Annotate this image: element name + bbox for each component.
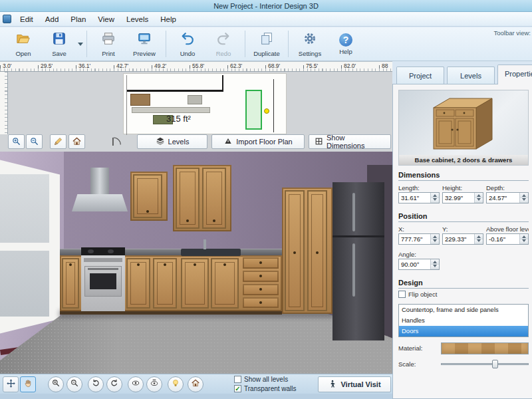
plan-zoom-out-button[interactable] (26, 134, 43, 149)
tab-levels-label: Levels (460, 72, 481, 80)
title-bar[interactable]: New Project - Interior Design 3D (0, 0, 532, 12)
3d-zoom-in-button[interactable] (48, 376, 64, 392)
orbit-view-button[interactable] (128, 376, 144, 392)
list-item[interactable]: Countertop, frame and side panels (399, 305, 528, 315)
range-hood[interactable] (72, 194, 128, 211)
horizontal-ruler: 3.0' 29.5' 36.1' 42.7' 49.2' 55.8' 62.3'… (0, 61, 392, 72)
import-floor-plan-button[interactable]: Import Floor Plan (211, 134, 305, 149)
plan-cabinet-symbol[interactable] (130, 94, 150, 106)
print-button[interactable]: Print (90, 29, 126, 59)
eye-arrow-icon (150, 378, 159, 390)
range-hood-chimney[interactable] (90, 168, 109, 196)
angle-spinner[interactable] (430, 259, 439, 269)
menu-edit[interactable]: Edit (14, 13, 39, 25)
depth-spinner[interactable] (519, 193, 528, 203)
plan-appliance-symbol[interactable] (188, 95, 202, 104)
plan-selected-object[interactable] (245, 90, 262, 130)
look-around-button[interactable] (146, 376, 162, 392)
plan-measure-button[interactable] (50, 134, 66, 149)
cabinet-preview-image (431, 93, 495, 154)
lighting-button[interactable] (168, 376, 184, 392)
length-spinner[interactable] (430, 193, 439, 203)
y-spinner[interactable] (474, 234, 483, 244)
window[interactable] (0, 154, 60, 339)
plan-zoom-in-button[interactable] (8, 134, 25, 149)
tab-project[interactable]: Project (396, 66, 444, 84)
open-button[interactable]: Open (5, 29, 41, 59)
virtual-visit-button[interactable]: Virtual Visit (318, 376, 391, 392)
angle-input[interactable]: 90.00° (398, 259, 440, 270)
plan-home-button[interactable] (68, 134, 85, 149)
design-parts-list[interactable]: Countertop, frame and side panels Handle… (398, 304, 529, 337)
material-label: Material: (398, 344, 422, 352)
zoom-out-icon (29, 136, 39, 148)
ruler-tick: 3.0' (3, 63, 11, 69)
pan-hand-tool-button[interactable] (20, 376, 36, 392)
print-label: Print (102, 50, 115, 57)
settings-button[interactable]: Settings (292, 29, 328, 59)
length-value: 31.61" (399, 193, 430, 203)
rotate-ccw-button[interactable] (88, 376, 104, 392)
material-swatch[interactable] (441, 342, 529, 354)
floor-plan-drawing[interactable]: 315 ft² (123, 73, 287, 134)
duplicate-button[interactable]: Duplicate (249, 29, 285, 59)
move-tool-button[interactable] (3, 376, 19, 392)
plan-counter-symbol[interactable] (132, 107, 210, 113)
3d-home-button[interactable] (188, 376, 203, 392)
transparent-walls-label: Transparent walls (244, 385, 297, 392)
sink[interactable] (181, 249, 241, 256)
height-spinner[interactable] (474, 193, 483, 203)
checkbox-checked[interactable]: ✓ (234, 385, 241, 392)
wall-cabinet-single[interactable] (130, 172, 168, 221)
above-floor-input[interactable]: -0.16" (486, 233, 529, 245)
plan-wall (222, 75, 223, 92)
save-button[interactable]: Save (41, 29, 77, 59)
help-button[interactable]: ? Help (328, 29, 364, 59)
vertical-ruler (0, 72, 8, 134)
refrigerator[interactable] (332, 182, 384, 340)
undo-button[interactable]: Undo (170, 29, 205, 59)
menu-plan[interactable]: Plan (65, 13, 92, 25)
gear-icon (303, 31, 317, 49)
tab-properties[interactable]: Properties (497, 65, 532, 84)
levels-button[interactable]: Levels (137, 134, 207, 149)
tab-levels[interactable]: Levels (447, 66, 495, 84)
menu-help[interactable]: Help (154, 13, 182, 25)
slider-thumb[interactable] (492, 360, 498, 368)
checkbox-unchecked[interactable] (398, 291, 406, 298)
stove[interactable] (81, 247, 125, 313)
tall-cabinet[interactable] (282, 188, 332, 314)
burner (88, 249, 94, 253)
3d-zoom-out-button[interactable] (66, 376, 82, 392)
menu-levels[interactable]: Levels (120, 13, 154, 25)
preview-button[interactable]: Preview (126, 29, 162, 59)
show-all-levels-checkbox[interactable]: Show all levels (234, 376, 288, 383)
tab-project-label: Project (409, 72, 432, 80)
redo-button[interactable]: Redo (205, 29, 241, 59)
rotate-cw-button[interactable] (106, 376, 122, 392)
duplicate-label: Duplicate (253, 50, 280, 57)
menu-add[interactable]: Add (39, 13, 65, 25)
checkbox-unchecked[interactable] (234, 376, 241, 383)
drawer-stack[interactable] (241, 255, 281, 311)
scale-slider[interactable] (441, 360, 529, 368)
show-dimensions-button[interactable]: Show Dimensions (309, 134, 391, 149)
x-input[interactable]: 777.76" (398, 233, 440, 245)
save-dropdown-arrow-icon[interactable] (78, 43, 83, 46)
y-input[interactable]: 229.33" (442, 233, 483, 245)
flip-object-checkbox[interactable]: Flip object (398, 291, 437, 298)
list-item-selected[interactable]: Doors (399, 326, 528, 336)
depth-input[interactable]: 24.57" (486, 192, 529, 203)
transparent-walls-checkbox[interactable]: ✓ Transparent walls (234, 385, 297, 392)
list-item[interactable]: Handles (399, 315, 528, 326)
floor-plan-canvas[interactable]: 315 ft² Levels Import Floor Plan Sh (0, 72, 392, 152)
wall-cabinet-double[interactable] (173, 165, 231, 231)
menu-view[interactable]: View (92, 13, 120, 25)
faucet (203, 239, 206, 249)
3d-viewport[interactable] (0, 152, 392, 374)
above-floor-spinner[interactable] (519, 234, 528, 244)
plan-rotation-handle[interactable] (264, 108, 269, 114)
height-input[interactable]: 32.99" (442, 192, 483, 203)
x-spinner[interactable] (430, 234, 439, 244)
length-input[interactable]: 31.61" (398, 192, 440, 203)
